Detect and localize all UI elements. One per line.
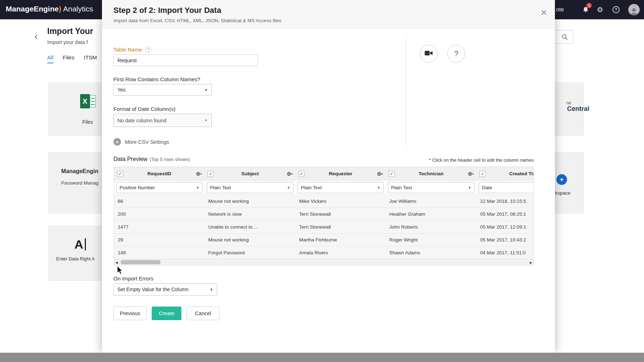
help-button[interactable]: ? [613, 0, 620, 19]
chevron-down-icon: ▼ [377, 186, 380, 190]
first-row-select[interactable]: Yes ▼ [113, 84, 212, 96]
tab-files[interactable]: Files [63, 54, 74, 63]
table-header-row: ✓ RequestID ⚙▾ ✓ Subject ⚙▾ ✓ Requester [114, 167, 533, 180]
modal-subtitle: Import data from Excel, CSV, HTML, XML, … [113, 18, 281, 23]
video-help-button[interactable] [420, 45, 438, 63]
column-type-select[interactable]: Positive Number▼ [116, 182, 203, 193]
settings-button[interactable]: ⚙ [597, 0, 603, 19]
column-settings-icon[interactable]: ⚙▾ [468, 171, 474, 177]
chevron-down-icon: ▼ [287, 186, 290, 190]
column-settings-icon[interactable]: ⚙▾ [377, 171, 383, 177]
modal-title: Step 2 of 2: Import Your Data [113, 6, 221, 15]
card-central-small: ne [566, 101, 571, 106]
import-data-modal: Step 2 of 2: Import Your Data Import dat… [102, 0, 555, 353]
modal-actions: Previous Create Cancel [113, 307, 220, 320]
scroll-right-icon[interactable]: ▶ [528, 259, 533, 265]
table-name-help-icon[interactable]: ? [145, 47, 151, 53]
horizontal-scrollbar[interactable]: ◀ ▶ [114, 259, 533, 265]
back-button[interactable]: ‹ [34, 31, 38, 41]
gear-icon: ⚙ [597, 5, 603, 14]
text-cursor-icon: A [74, 238, 86, 250]
date-format-select[interactable]: No date column found ▼ [113, 114, 212, 127]
scrollbar-thumb[interactable] [121, 260, 161, 264]
table-name-input[interactable] [113, 54, 258, 66]
cell: Heather Graham [386, 208, 477, 220]
column-header-technician[interactable]: ✓ Technician ⚙▾ [386, 167, 477, 180]
screen: ManageEngine)Analytics ote 1 ⚙ ? ‹ Impor… [0, 0, 644, 362]
table-row: 66 Mouse not working Mike Vickers Joe Wi… [114, 195, 533, 207]
cell: 05 Mar 2017, 08:25:1 [477, 208, 533, 220]
product-name: Analytics [63, 5, 93, 13]
table-name-label: Table Name ? [113, 47, 151, 53]
on-import-errors-select[interactable]: Set Empty Value for the Column ▼ [113, 283, 217, 295]
column-type-select[interactable]: Date▼ [479, 182, 533, 193]
card-central-label: Central [567, 105, 589, 113]
cell: 22 Mar 2018, 10:15:5 [477, 195, 533, 207]
card-files-label: Files [82, 119, 93, 125]
chevron-down-icon: ▼ [204, 88, 208, 92]
previous-button[interactable]: Previous [113, 307, 147, 320]
cell: Forgot Password [205, 246, 296, 259]
table-row: 29 Mouse not working Martha Fishburne Ro… [114, 233, 533, 246]
column-type-select[interactable]: Plain Text▼ [298, 182, 384, 193]
column-type-select[interactable]: Plain Text▼ [207, 182, 293, 193]
column-settings-icon[interactable]: ⚙▾ [196, 171, 202, 177]
notifications-button[interactable]: 1 [582, 0, 589, 19]
cell: John Roberts [386, 221, 477, 233]
column-header-subject[interactable]: ✓ Subject ⚙▾ [205, 167, 296, 180]
cell: Mouse not working [205, 234, 296, 246]
user-menu[interactable] [628, 0, 640, 19]
chevron-down-icon: ▼ [210, 288, 213, 292]
cancel-button[interactable]: Cancel [186, 307, 220, 320]
column-checkbox[interactable]: ✓ [389, 171, 395, 177]
column-checkbox[interactable]: ✓ [479, 171, 486, 177]
modal-help-button[interactable]: ? [447, 45, 465, 63]
brand-logo[interactable]: ManageEngine)Analytics [6, 5, 93, 13]
tab-all[interactable]: All [47, 54, 53, 63]
create-button[interactable]: Create [152, 307, 181, 320]
brand-name: ManageEngine [6, 5, 59, 13]
card-pmp-line1: ManageEngin [61, 168, 98, 175]
topbar-partial-text[interactable]: ote [556, 0, 564, 19]
excel-icon: X [80, 94, 96, 108]
column-checkbox[interactable]: ✓ [117, 171, 123, 177]
column-checkbox[interactable]: ✓ [298, 171, 304, 177]
scroll-left-icon[interactable]: ◀ [114, 259, 119, 265]
cell: 66 [114, 195, 205, 207]
cell: Amata Rivers [296, 246, 386, 259]
plus-circle-icon: + [556, 174, 567, 185]
page-subtitle: Import your data f [47, 39, 88, 45]
cell: Unable to connect to ... [205, 221, 296, 233]
header-edit-note: * Click on the header cell to edit the c… [429, 157, 534, 163]
column-header-requestid[interactable]: ✓ RequestID ⚙▾ [114, 167, 205, 180]
bottom-strip [0, 353, 644, 362]
close-icon[interactable]: × [541, 7, 547, 18]
column-type-select[interactable]: Plain Text▼ [388, 182, 474, 193]
column-settings-icon[interactable]: ⚙▾ [287, 171, 293, 177]
table-row: 1477 Unable to connect to ... Terri Ston… [114, 220, 533, 233]
card-pmp-line2: Password Manag [61, 180, 98, 186]
column-header-createdtime[interactable]: ✓ Created Tim ⚙▾ [477, 167, 533, 180]
column-header-requester[interactable]: ✓ Requester ⚙▾ [296, 167, 386, 180]
cell: Roger Wright [386, 234, 477, 246]
cell: Mouse not working [205, 195, 296, 207]
more-csv-settings[interactable]: + More CSV Settings [113, 138, 169, 146]
cell: Martha Fishburne [296, 234, 386, 246]
bell-icon: 1 [582, 6, 589, 13]
plus-icon: + [113, 138, 121, 146]
chevron-down-icon: ▼ [196, 186, 199, 190]
help-icon: ? [613, 6, 620, 13]
cell: 05 Mar 2017, 10:43:2 [477, 234, 533, 246]
tab-itsm[interactable]: ITSM [84, 54, 97, 63]
card-enter-data-label: Enter Data Right A [56, 256, 95, 261]
first-row-label: First Row Contains Column Names? [113, 76, 200, 82]
brand-mark: ) [59, 5, 61, 13]
data-preview-subheading: (Top 5 rows shown) [150, 157, 190, 162]
table-row: 149 Forgot Password Amata Rivers Shawn A… [114, 246, 533, 259]
cell: 04 Mar 2017, 11:51:0 [477, 246, 533, 259]
column-checkbox[interactable]: ✓ [208, 171, 214, 177]
cell: 200 [114, 208, 205, 220]
cell: Shawn Adams [386, 246, 477, 259]
data-preview-heading: Data Preview(Top 5 rows shown) [113, 156, 190, 162]
card-workspace-label: rkspace [553, 190, 570, 196]
